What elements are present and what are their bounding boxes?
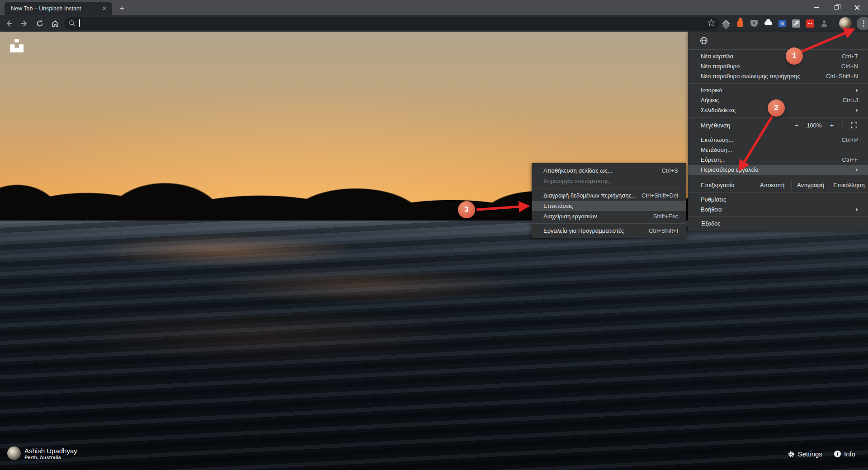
tab-close-icon[interactable]: ✕ bbox=[100, 5, 108, 13]
bookmark-star-icon[interactable] bbox=[708, 19, 715, 28]
zoom-level: 100% bbox=[803, 122, 825, 129]
notion-extension-icon[interactable]: N bbox=[778, 19, 787, 28]
wrench-extension-icon[interactable] bbox=[792, 19, 801, 28]
menu-item-new-window[interactable]: Νέο παράθυροCtrl+N bbox=[688, 61, 868, 71]
submenu-item-save-page-as[interactable]: Αποθήκευση σελίδας ως...Ctrl+S bbox=[532, 165, 686, 176]
zoom-out-button[interactable]: − bbox=[790, 122, 803, 129]
menu-item-print[interactable]: Εκτύπωση...Ctrl+P bbox=[688, 135, 868, 145]
menu-separator bbox=[688, 49, 868, 50]
toolbar: v N ••• bbox=[0, 15, 868, 32]
zoom-in-button[interactable]: + bbox=[825, 122, 839, 129]
close-icon bbox=[854, 5, 860, 10]
photographer-location: Perth, Australia bbox=[24, 455, 77, 460]
layers-extension-icon[interactable] bbox=[722, 19, 731, 28]
extensions-area: v N ••• bbox=[722, 15, 868, 32]
search-icon bbox=[69, 20, 75, 27]
photo-water bbox=[0, 221, 868, 470]
browser-window: New Tab – Unsplash Instant ✕ + bbox=[0, 0, 868, 470]
menu-separator bbox=[532, 223, 686, 224]
home-button[interactable] bbox=[49, 17, 61, 30]
menu-item-zoom: Μεγέθυνση − 100% + bbox=[688, 119, 868, 131]
step-badge-2: 2 bbox=[768, 99, 785, 117]
globe-icon bbox=[700, 37, 708, 45]
submenu-item-developer-tools[interactable]: Εργαλεία για ΠρογραμματιστέςCtrl+Shift+I bbox=[532, 226, 686, 236]
menu-separator bbox=[688, 117, 868, 118]
step-badge-1: 1 bbox=[786, 47, 803, 65]
red-dots-extension-icon[interactable]: ••• bbox=[806, 19, 815, 28]
chrome-menu-button[interactable] bbox=[857, 17, 868, 30]
menu-item-history[interactable]: Ιστορικό bbox=[688, 85, 868, 95]
menu-separator bbox=[688, 83, 868, 84]
menu-separator bbox=[688, 216, 868, 217]
gear-icon bbox=[788, 451, 795, 458]
edit-copy-button[interactable]: Αντιγραφή bbox=[791, 179, 830, 191]
back-arrow-icon bbox=[5, 19, 13, 28]
unsplash-logo[interactable] bbox=[10, 39, 24, 52]
minimize-icon bbox=[814, 7, 819, 8]
browser-tab[interactable]: New Tab – Unsplash Instant ✕ bbox=[5, 2, 112, 15]
cloud-extension-icon[interactable] bbox=[764, 19, 773, 28]
new-tab-button[interactable]: + bbox=[117, 3, 127, 14]
submenu-arrow-icon bbox=[856, 108, 858, 112]
step-badge-3: 3 bbox=[458, 201, 475, 218]
page-footer-actions: Settings i Info bbox=[788, 450, 855, 458]
submenu-item-create-shortcut: Δημιουργία συντόμευσης... bbox=[532, 176, 686, 186]
menu-item-find[interactable]: Εύρεση...Ctrl+F bbox=[688, 155, 868, 165]
submenu-arrow-icon bbox=[856, 168, 858, 172]
photo-attribution[interactable]: Ashish Upadhyay Perth, Australia bbox=[7, 446, 77, 460]
edit-cut-button[interactable]: Αποκοπή bbox=[753, 179, 791, 191]
home-icon bbox=[51, 19, 59, 28]
photographer-avatar[interactable] bbox=[7, 446, 21, 460]
menu-item-settings[interactable]: Ρυθμίσεις bbox=[688, 195, 868, 205]
menu-item-incognito-window[interactable]: Νέο παράθυρο ανώνυμης περιήγησηςCtrl+Shi… bbox=[688, 71, 868, 81]
toolbar-separator bbox=[834, 19, 834, 28]
submenu-item-extensions[interactable]: Επεκτάσεις bbox=[532, 201, 686, 211]
menu-separator bbox=[688, 133, 868, 133]
menu-item-new-tab[interactable]: Νέα καρτέλαCtrl+T bbox=[688, 52, 868, 61]
window-close-button[interactable] bbox=[847, 0, 867, 15]
reload-button[interactable] bbox=[33, 17, 46, 30]
photographer-name: Ashish Upadhyay bbox=[24, 447, 77, 455]
menu-item-cast[interactable]: Μετάδοση... bbox=[688, 145, 868, 155]
titlebar: New Tab – Unsplash Instant ✕ + bbox=[0, 0, 868, 15]
fullscreen-icon bbox=[851, 122, 857, 128]
restore-icon bbox=[835, 5, 839, 9]
orange-figure-extension-icon[interactable] bbox=[736, 19, 745, 28]
submenu-arrow-icon bbox=[856, 89, 858, 92]
more-tools-submenu: Αποθήκευση σελίδας ως...Ctrl+S Δημιουργί… bbox=[532, 163, 686, 238]
settings-button[interactable]: Settings bbox=[788, 450, 822, 458]
menu-item-more-tools[interactable]: Περισσότερα εργαλεία bbox=[688, 165, 868, 175]
window-restore-button[interactable] bbox=[826, 0, 847, 15]
tab-title: New Tab – Unsplash Instant bbox=[11, 5, 100, 12]
pocket-extension-icon[interactable]: v bbox=[750, 19, 759, 28]
menu-item-help[interactable]: Βοήθεια bbox=[688, 205, 868, 215]
menu-globe-item[interactable] bbox=[688, 34, 868, 47]
chrome-menu: Νέα καρτέλαCtrl+T Νέο παράθυροCtrl+N Νέο… bbox=[688, 32, 868, 231]
menu-item-edit: Επεξεργασία Αποκοπή Αντιγραφή Επικόλληση bbox=[688, 179, 868, 191]
window-minimize-button[interactable] bbox=[806, 0, 826, 15]
profile-avatar[interactable] bbox=[839, 17, 852, 30]
kebab-icon bbox=[863, 20, 864, 22]
menu-separator bbox=[688, 193, 868, 193]
menu-item-exit[interactable]: Έξοδος bbox=[688, 219, 868, 229]
dim-person-icon[interactable] bbox=[820, 19, 829, 28]
reload-icon bbox=[36, 19, 44, 28]
submenu-item-task-manager[interactable]: Διαχείριση εργασιώνShift+Esc bbox=[532, 211, 686, 221]
submenu-arrow-icon bbox=[856, 208, 858, 212]
edit-paste-button[interactable]: Επικόλληση bbox=[830, 179, 868, 191]
info-button[interactable]: i Info bbox=[834, 450, 855, 458]
submenu-item-clear-browsing-data[interactable]: Διαγραφή δεδομένων περιήγησης...Ctrl+Shi… bbox=[532, 190, 686, 201]
menu-separator bbox=[688, 177, 868, 177]
address-bar[interactable] bbox=[64, 17, 720, 30]
forward-button[interactable] bbox=[18, 17, 31, 30]
fullscreen-button[interactable] bbox=[846, 122, 862, 128]
forward-arrow-icon bbox=[20, 19, 28, 28]
back-button[interactable] bbox=[3, 17, 15, 30]
text-cursor bbox=[79, 19, 80, 27]
info-icon: i bbox=[834, 451, 841, 457]
menu-separator bbox=[532, 188, 686, 188]
